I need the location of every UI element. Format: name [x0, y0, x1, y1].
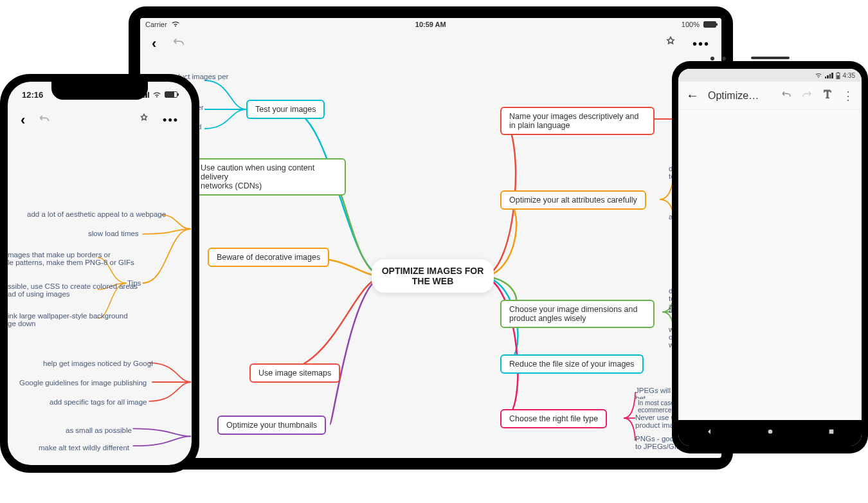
- iphone-toolbar: ‹ •••: [8, 107, 192, 133]
- nav-recent[interactable]: [826, 426, 836, 439]
- ipad-battery-label: 100%: [682, 21, 700, 28]
- nav-back[interactable]: [704, 426, 714, 439]
- back-button[interactable]: ←: [686, 88, 699, 103]
- battery-icon: [165, 91, 177, 98]
- ipad-carrier: Carrier: [145, 21, 167, 28]
- ipad-toolbar: ‹ •••: [140, 31, 721, 57]
- ipad-statusbar: Carrier 10:59 AM 100%: [140, 18, 721, 31]
- more-button[interactable]: •••: [163, 114, 179, 127]
- wifi-icon: [152, 91, 161, 98]
- format-button[interactable]: [822, 89, 833, 103]
- iphone-frame: 12:16 ‹ •••: [0, 74, 199, 473]
- svg-point-3: [768, 430, 772, 434]
- style-button[interactable]: [138, 113, 150, 127]
- android-frame: 4:35 ← Optimize… ⋮: [672, 61, 868, 453]
- signal-icon: [825, 73, 833, 78]
- style-button[interactable]: [664, 36, 677, 51]
- android-statusbar: 4:35: [678, 69, 862, 82]
- iphone-notch: [51, 82, 148, 100]
- leaf-s1: help get images noticed by Googl: [43, 360, 153, 367]
- iphone-canvas[interactable]: add a lot of aesthetic appeal to a webpa…: [8, 133, 192, 465]
- node-filetype[interactable]: Choose the right file type: [500, 409, 607, 428]
- wifi-icon: [171, 21, 180, 28]
- node-dimensions[interactable]: Choose your image dimensions and product…: [500, 300, 655, 328]
- node-cdn[interactable]: Use caution when using content delivery …: [192, 158, 346, 196]
- leaf-th1: as small as possible: [66, 426, 132, 434]
- node-thumbnails[interactable]: Optimize your thumbnails: [217, 416, 326, 435]
- leaf-t2: ssible, use CSS to create colored areas …: [8, 282, 138, 298]
- android-screen: 4:35 ← Optimize… ⋮: [678, 69, 862, 446]
- leaf-s2: Google guidelines for image publishing: [19, 379, 147, 387]
- node-sitemaps[interactable]: Use image sitemaps: [249, 363, 340, 383]
- node-filesize[interactable]: Reduce the file size of your images: [500, 354, 644, 374]
- battery-icon: [836, 72, 840, 79]
- iphone-screen: 12:16 ‹ •••: [8, 82, 192, 465]
- svg-rect-1: [837, 72, 838, 73]
- more-button[interactable]: ⋮: [842, 89, 854, 103]
- leaf-t3: ink large wallpaper-style background ge …: [8, 312, 128, 327]
- leaf-d1: add a lot of aesthetic appeal to a webpa…: [27, 210, 166, 218]
- undo-button[interactable]: [38, 113, 51, 128]
- android-speaker: [751, 57, 790, 59]
- center-node[interactable]: OPTIMIZE IMAGES FOR THE WEB: [372, 259, 494, 293]
- leaf-t1: mages that make up borders or le pattern…: [8, 251, 134, 266]
- android-toolbar: ← Optimize… ⋮: [678, 82, 862, 110]
- mindmap-canvas[interactable]: OPTIMIZE IMAGES FOR THE WEB Test your im…: [140, 57, 721, 458]
- battery-icon: [703, 21, 716, 28]
- back-button[interactable]: ‹: [152, 35, 156, 52]
- wifi-icon: [815, 72, 822, 78]
- leaf-s3: add specific tags for all image: [50, 398, 147, 406]
- ipad-frame: Carrier 10:59 AM 100% ‹: [129, 6, 733, 470]
- android-sensors: [710, 57, 726, 60]
- back-button[interactable]: ‹: [21, 112, 25, 129]
- svg-rect-4: [829, 430, 833, 434]
- node-naming[interactable]: Name your images descriptively and in pl…: [500, 107, 655, 135]
- node-alt[interactable]: Optimize your alt attributes carefully: [500, 190, 646, 210]
- android-title: Optimize…: [708, 90, 772, 102]
- more-button[interactable]: •••: [692, 37, 710, 51]
- ipad-time: 10:59 AM: [415, 21, 446, 28]
- leaf-th2: make alt text wildly different: [39, 444, 129, 452]
- android-navbar: [678, 420, 862, 446]
- ipad-screen: Carrier 10:59 AM 100% ‹: [140, 18, 721, 458]
- svg-rect-2: [836, 75, 839, 78]
- iphone-connectors: [8, 133, 192, 465]
- iphone-time: 12:16: [22, 90, 43, 100]
- leaf-d2: slow load times: [88, 230, 139, 237]
- node-decorative[interactable]: Beware of decorative images: [208, 248, 329, 267]
- redo-button[interactable]: [801, 89, 813, 103]
- undo-button[interactable]: [172, 35, 186, 52]
- android-canvas[interactable]: [678, 110, 862, 420]
- node-test-images[interactable]: Test your images: [246, 100, 325, 119]
- undo-button[interactable]: [781, 89, 792, 103]
- android-time: 4:35: [843, 72, 855, 79]
- nav-home[interactable]: [765, 426, 775, 439]
